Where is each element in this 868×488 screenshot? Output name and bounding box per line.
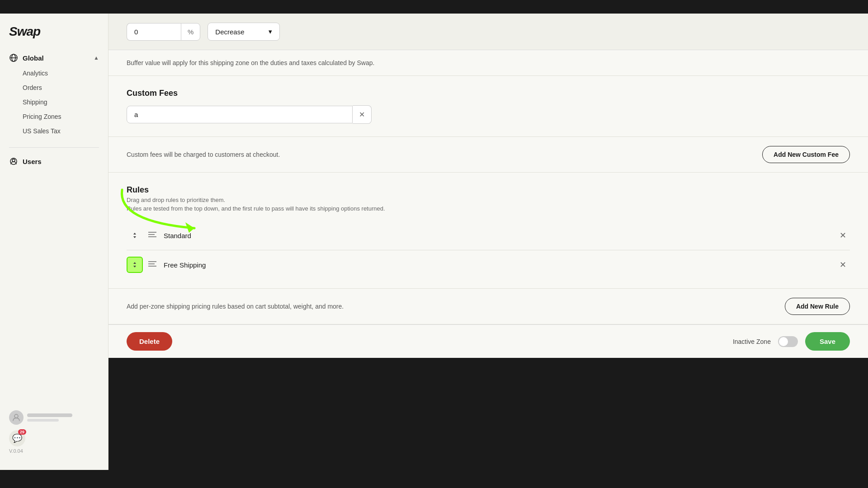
global-nav-group[interactable]: Global ▲ bbox=[0, 50, 108, 66]
chevron-up-icon: ▲ bbox=[94, 55, 99, 61]
buffer-input-group: 0 % bbox=[127, 23, 200, 41]
chat-icon-wrapper: 💬 29 bbox=[9, 430, 25, 446]
table-row: Standard ✕ bbox=[127, 221, 850, 250]
toggle-thumb bbox=[779, 337, 788, 346]
rules-subtitle-1: Drag and drop rules to prioritize them. bbox=[127, 197, 850, 203]
table-row: Free Shipping ✕ bbox=[127, 250, 850, 279]
buffer-percent-label: % bbox=[181, 23, 200, 41]
custom-fees-title: Custom Fees bbox=[127, 89, 850, 98]
add-new-rule-button[interactable]: Add New Rule bbox=[785, 298, 850, 315]
inactive-zone-label: Inactive Zone bbox=[733, 338, 771, 345]
svg-point-4 bbox=[12, 159, 15, 162]
global-icon bbox=[9, 53, 18, 62]
add-new-custom-fee-button[interactable]: Add New Custom Fee bbox=[762, 146, 850, 163]
buffer-value-input[interactable]: 0 bbox=[127, 23, 181, 41]
delete-button[interactable]: Delete bbox=[127, 332, 172, 351]
custom-fee-input[interactable] bbox=[127, 106, 353, 123]
rules-list: Standard ✕ bbox=[127, 221, 850, 279]
app-logo: Swap bbox=[0, 24, 108, 50]
rule-delete-standard-button[interactable]: ✕ bbox=[835, 228, 850, 243]
custom-fees-info-row: Custom fees will be charged to customers… bbox=[108, 137, 868, 173]
rule-drag-handle-free-shipping[interactable] bbox=[127, 257, 143, 273]
right-controls: Inactive Zone Save bbox=[733, 332, 850, 351]
sidebar-item-analytics[interactable]: Analytics bbox=[23, 66, 108, 80]
buffer-direction-dropdown[interactable]: Decrease ▾ bbox=[208, 23, 280, 41]
global-nav-section: Global ▲ Analytics Orders Shipping Prici… bbox=[0, 50, 108, 138]
sidebar-bottom: 💬 29 V.0.04 bbox=[0, 405, 108, 459]
custom-fees-section: Custom Fees ✕ bbox=[108, 76, 868, 137]
rule-name-standard: Standard bbox=[164, 232, 830, 239]
chat-badge: 29 bbox=[18, 429, 26, 435]
main-content: 0 % Decrease ▾ Buffer value will apply f… bbox=[108, 14, 868, 470]
custom-fee-clear-button[interactable]: ✕ bbox=[353, 105, 372, 124]
rules-subtitle-2: Rules are tested from the top down, and … bbox=[127, 205, 850, 212]
rules-section: Rules Drag and drop rules to prioritize … bbox=[108, 173, 868, 289]
sidebar-item-us-sales-tax[interactable]: US Sales Tax bbox=[23, 124, 108, 138]
rule-delete-free-shipping-button[interactable]: ✕ bbox=[835, 258, 850, 272]
rule-drag-handle-standard[interactable] bbox=[127, 227, 143, 244]
rule-list-icon-free-shipping bbox=[148, 261, 156, 269]
rule-name-free-shipping: Free Shipping bbox=[164, 261, 830, 269]
rules-add-row: Add per-zone shipping pricing rules base… bbox=[108, 289, 868, 324]
version-label: V.0.04 bbox=[9, 448, 99, 454]
sidebar-item-shipping[interactable]: Shipping bbox=[23, 95, 108, 109]
sidebar-item-users[interactable]: Users bbox=[0, 153, 108, 169]
profile-avatar bbox=[9, 410, 24, 425]
dropdown-chevron-icon: ▾ bbox=[269, 28, 272, 36]
profile-sub-placeholder bbox=[27, 419, 59, 422]
users-label: Users bbox=[23, 158, 42, 165]
users-icon bbox=[9, 157, 18, 166]
rules-info-text: Add per-zone shipping pricing rules base… bbox=[127, 303, 344, 310]
sidebar: Swap Global ▲ Analytics Orders bbox=[0, 14, 108, 470]
page-bottom-bar: Delete Inactive Zone Save bbox=[108, 324, 868, 358]
sidebar-item-orders[interactable]: Orders bbox=[23, 80, 108, 95]
sidebar-divider bbox=[9, 147, 99, 148]
global-nav-label: Global bbox=[23, 54, 94, 62]
rules-title: Rules bbox=[127, 185, 850, 195]
rule-list-icon-standard bbox=[148, 231, 156, 239]
svg-point-5 bbox=[14, 414, 18, 418]
buffer-section: 0 % Decrease ▾ bbox=[108, 14, 868, 50]
save-button[interactable]: Save bbox=[805, 332, 850, 351]
sidebar-profile[interactable] bbox=[9, 410, 99, 425]
custom-fees-info-text: Custom fees will be charged to customers… bbox=[127, 151, 280, 158]
profile-text bbox=[27, 413, 99, 422]
sidebar-chat-item[interactable]: 💬 29 bbox=[9, 430, 99, 446]
buffer-direction-label: Decrease bbox=[215, 28, 244, 36]
inactive-zone-toggle[interactable] bbox=[778, 336, 798, 347]
sidebar-item-pricing-zones[interactable]: Pricing Zones bbox=[23, 109, 108, 124]
custom-fee-input-row: ✕ bbox=[127, 105, 850, 124]
global-sub-items: Analytics Orders Shipping Pricing Zones … bbox=[0, 66, 108, 138]
profile-name-placeholder bbox=[27, 413, 72, 417]
buffer-info-text: Buffer value will apply for this shippin… bbox=[108, 50, 868, 76]
